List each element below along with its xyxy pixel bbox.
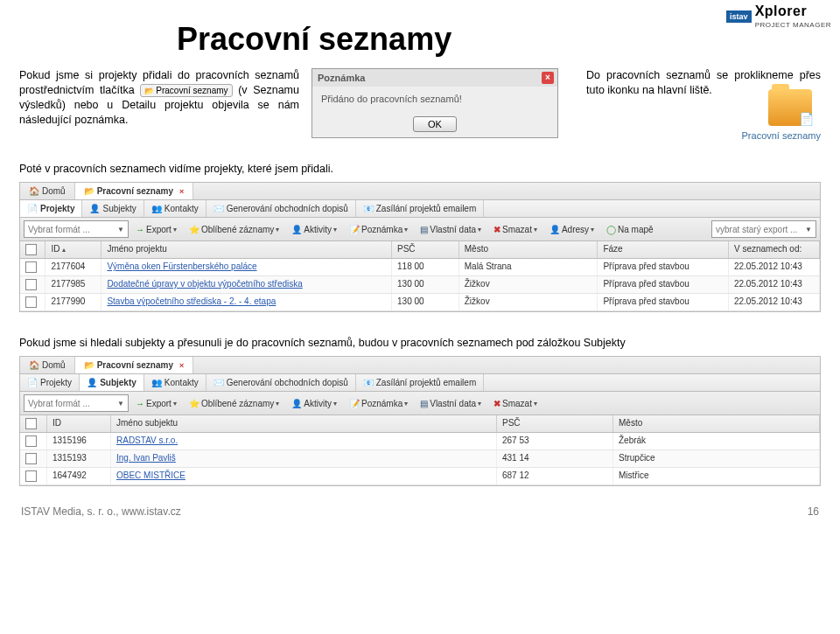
table-row[interactable]: 2177985Dodatečné úpravy v objektu výpoče… bbox=[20, 276, 820, 294]
row-id: 2177990 bbox=[46, 294, 102, 310]
row-checkbox[interactable] bbox=[25, 470, 37, 482]
toolbar-delete[interactable]: Smazat ▾ bbox=[488, 396, 542, 411]
format-select[interactable]: Vybrat formát ...▼ bbox=[24, 394, 129, 412]
projects-icon bbox=[27, 204, 38, 213]
row-mesto: Strupčice bbox=[613, 450, 820, 467]
row-mesto: Žebrák bbox=[613, 433, 820, 449]
contacts-icon bbox=[151, 204, 162, 213]
toolbar-activities[interactable]: Aktivity ▾ bbox=[286, 222, 342, 237]
row-mesto: Malá Strana bbox=[459, 259, 598, 275]
contacts-icon bbox=[151, 378, 162, 387]
table-row[interactable]: 1315196RADSTAV s.r.o.267 53Žebrák bbox=[20, 433, 820, 450]
row-checkbox[interactable] bbox=[25, 453, 37, 464]
subtab-generovani[interactable]: Generování obchodních dopisů bbox=[206, 374, 356, 391]
inline-worklists-button[interactable]: Pracovní seznamy bbox=[140, 84, 232, 98]
row-id: 1647492 bbox=[47, 468, 111, 484]
tab-worklists[interactable]: Pracovní seznamy× bbox=[75, 183, 194, 199]
col-psc[interactable]: PSČ bbox=[497, 415, 613, 432]
row-id: 1315196 bbox=[47, 433, 111, 449]
col-id[interactable]: ID ▴ bbox=[46, 241, 102, 258]
col-mesto[interactable]: Město bbox=[459, 241, 598, 258]
row-date: 22.05.2012 10:43 bbox=[729, 259, 820, 275]
toolbar-note[interactable]: Poznámka ▾ bbox=[344, 222, 413, 237]
toolbar-export[interactable]: Export ▾ bbox=[130, 396, 182, 411]
old-export-select[interactable]: vybrat starý export ...▼ bbox=[711, 220, 816, 238]
format-select[interactable]: Vybrat formát ...▼ bbox=[24, 220, 129, 238]
data-icon bbox=[420, 399, 428, 408]
tab-worklists[interactable]: Pracovní seznamy× bbox=[75, 357, 194, 373]
col-name[interactable]: Jméno subjektu bbox=[111, 415, 497, 432]
subtab-subjekty[interactable]: Subjekty bbox=[82, 200, 144, 217]
delete-icon bbox=[494, 225, 500, 234]
row-name-link[interactable]: OBEC MISTŘICE bbox=[116, 470, 186, 480]
row-name-link[interactable]: Stavba výpočetního střediska - 2. - 4. e… bbox=[107, 296, 276, 306]
row-mesto: Žižkov bbox=[459, 276, 598, 293]
toolbar-favorites[interactable]: Oblíbené záznamy ▾ bbox=[184, 222, 284, 237]
row-date: 22.05.2012 10:43 bbox=[729, 294, 820, 310]
row-name-link[interactable]: Výměna oken Fürstenberského paláce bbox=[107, 261, 256, 271]
toolbar-delete[interactable]: Smazat ▾ bbox=[488, 222, 542, 237]
table-row[interactable]: 2177604Výměna oken Fürstenberského palác… bbox=[20, 259, 820, 276]
brand-subtitle: PROJECT MANAGER bbox=[755, 21, 831, 29]
row-name-link[interactable]: Ing. Ivan Pavliš bbox=[116, 453, 176, 463]
subtab-projekty[interactable]: Projekty bbox=[20, 374, 80, 391]
subtab-zasilani[interactable]: Zasílání projektů emailem bbox=[356, 374, 485, 391]
col-name[interactable]: Jméno projektu bbox=[102, 241, 392, 258]
col-date[interactable]: V seznamech od: bbox=[729, 241, 820, 258]
row-faze: Příprava před stavbou bbox=[598, 259, 729, 275]
export-icon bbox=[136, 399, 144, 408]
close-icon[interactable]: × bbox=[542, 72, 554, 84]
row-checkbox[interactable] bbox=[25, 435, 37, 447]
toolbar-owndata[interactable]: Vlastní data ▾ bbox=[415, 222, 486, 237]
note-dialog: Poznámka × Přidáno do pracovních seznamů… bbox=[312, 68, 558, 138]
table-row[interactable]: 1315193Ing. Ivan Pavliš431 14Strupčice bbox=[20, 450, 820, 468]
chevron-down-icon: ▼ bbox=[805, 226, 812, 233]
subjects-icon bbox=[89, 204, 100, 213]
subtab-zasilani[interactable]: Zasílání projektů emailem bbox=[356, 200, 485, 217]
select-all-checkbox[interactable] bbox=[25, 418, 37, 429]
col-faze[interactable]: Fáze bbox=[598, 241, 729, 258]
close-tab-icon[interactable]: × bbox=[179, 361, 184, 370]
table-row[interactable]: 2177990Stavba výpočetního střediska - 2.… bbox=[20, 294, 820, 311]
toolbar-owndata[interactable]: Vlastní data ▾ bbox=[415, 396, 486, 411]
toolbar-note[interactable]: Poznámka ▾ bbox=[344, 396, 413, 411]
row-checkbox[interactable] bbox=[25, 279, 37, 290]
tab-home[interactable]: Domů bbox=[20, 357, 75, 373]
row-checkbox[interactable] bbox=[25, 296, 37, 308]
mail-icon bbox=[363, 204, 374, 213]
note-icon bbox=[349, 399, 360, 408]
row-faze: Příprava před stavbou bbox=[598, 276, 729, 293]
subtab-projekty[interactable]: Projekty bbox=[20, 200, 82, 217]
screenshot-projects: Domů Pracovní seznamy× Projekty Subjekty… bbox=[19, 182, 821, 312]
row-name-link[interactable]: RADSTAV s.r.o. bbox=[116, 435, 178, 445]
col-psc[interactable]: PSČ bbox=[392, 241, 459, 258]
row-name-link[interactable]: Dodatečné úpravy v objektu výpočetního s… bbox=[107, 279, 302, 289]
page-title: Pracovní seznamy bbox=[177, 21, 821, 58]
tab-home[interactable]: Domů bbox=[20, 183, 75, 199]
toolbar-map[interactable]: Na mapě bbox=[601, 222, 659, 237]
toolbar-activities[interactable]: Aktivity ▾ bbox=[286, 396, 342, 411]
ok-button[interactable]: OK bbox=[413, 116, 457, 132]
worklists-folder-icon[interactable] bbox=[768, 89, 812, 126]
col-id[interactable]: ID bbox=[47, 415, 111, 432]
toolbar-export[interactable]: Export ▾ bbox=[130, 222, 182, 237]
row-checkbox[interactable] bbox=[25, 261, 37, 273]
worklists-folder-label: Pracovní seznamy bbox=[742, 129, 821, 143]
mail-icon bbox=[363, 378, 374, 387]
col-mesto[interactable]: Město bbox=[613, 415, 820, 432]
subtab-generovani[interactable]: Generování obchodních dopisů bbox=[206, 200, 356, 217]
letters-icon bbox=[214, 378, 224, 387]
subtab-kontakty[interactable]: Kontakty bbox=[144, 374, 206, 391]
subtab-subjekty[interactable]: Subjekty bbox=[80, 374, 144, 391]
toolbar-addresses[interactable]: Adresy ▾ bbox=[544, 222, 599, 237]
row-psc: 130 00 bbox=[392, 276, 459, 293]
footer-left: ISTAV Media, s. r. o., www.istav.cz bbox=[21, 505, 181, 518]
select-all-checkbox[interactable] bbox=[25, 244, 37, 255]
close-tab-icon[interactable]: × bbox=[179, 187, 184, 196]
toolbar-favorites[interactable]: Oblíbené záznamy ▾ bbox=[184, 396, 284, 411]
row-date: 22.05.2012 10:43 bbox=[729, 276, 820, 293]
screenshot-subjects: Domů Pracovní seznamy× Projekty Subjekty… bbox=[19, 356, 821, 486]
table-row[interactable]: 1647492OBEC MISTŘICE687 12Mistřice bbox=[20, 468, 820, 485]
subtab-kontakty[interactable]: Kontakty bbox=[144, 200, 206, 217]
star-icon bbox=[189, 399, 200, 408]
